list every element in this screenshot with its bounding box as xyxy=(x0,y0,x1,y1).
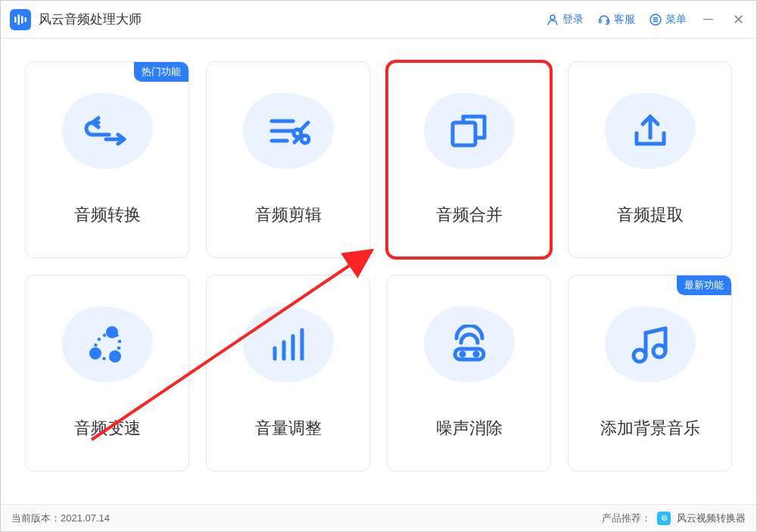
recommend-label: 产品推荐： xyxy=(602,512,651,525)
svg-point-30 xyxy=(461,353,464,356)
music-icon xyxy=(605,306,696,382)
extract-icon xyxy=(605,93,696,169)
version-label: 当前版本： xyxy=(11,512,61,524)
recommend-product[interactable]: 风云视频转换器 xyxy=(677,512,746,525)
close-button[interactable]: ✕ xyxy=(730,11,747,28)
svg-point-4 xyxy=(550,15,555,20)
new-badge: 最新功能 xyxy=(677,275,731,295)
user-icon xyxy=(546,13,559,26)
menu-icon xyxy=(649,13,662,26)
card-audio-edit[interactable]: 音频剪辑 xyxy=(206,61,370,258)
card-label: 音频变速 xyxy=(74,417,141,440)
main-grid: 热门功能 音频转换 音频剪辑 音频合并 音频提取 音频变速 音量调整 xyxy=(1,39,756,479)
app-title: 风云音频处理大师 xyxy=(39,11,142,28)
card-label: 音频合并 xyxy=(436,204,503,226)
card-label: 噪声消除 xyxy=(436,417,503,440)
app-logo-icon xyxy=(10,9,31,30)
convert-icon xyxy=(62,93,153,169)
card-volume-adjust[interactable]: 音量调整 xyxy=(206,275,370,471)
support-label: 客服 xyxy=(614,13,635,26)
card-audio-speed[interactable]: 音频变速 xyxy=(25,275,189,471)
card-label: 音量调整 xyxy=(255,417,322,440)
svg-rect-2 xyxy=(21,16,23,23)
svg-line-36 xyxy=(646,328,665,333)
card-noise-remove[interactable]: 噪声消除 xyxy=(387,275,551,471)
card-audio-extract[interactable]: 音频提取 xyxy=(568,61,732,258)
titlebar-right: 登录 客服 菜单 ─ ✕ xyxy=(546,11,747,28)
svg-point-31 xyxy=(475,353,478,356)
version-text: 当前版本：2021.07.14 xyxy=(11,512,110,525)
merge-icon xyxy=(424,93,515,169)
hot-badge: 热门功能 xyxy=(134,62,188,82)
card-audio-convert[interactable]: 热门功能 音频转换 xyxy=(25,61,189,258)
noise-icon xyxy=(424,306,515,382)
svg-rect-20 xyxy=(453,123,475,145)
version-value: 2021.07.14 xyxy=(61,512,110,524)
svg-rect-1 xyxy=(18,14,20,25)
card-label: 音频提取 xyxy=(617,204,684,226)
volume-icon xyxy=(243,306,334,382)
headset-icon xyxy=(597,13,611,26)
login-button[interactable]: 登录 xyxy=(546,13,584,26)
titlebar-left: 风云音频处理大师 xyxy=(10,9,142,30)
card-add-bgm[interactable]: 最新功能 添加背景音乐 xyxy=(568,275,732,471)
footer-right: 产品推荐： 风云视频转换器 xyxy=(602,512,746,525)
svg-rect-3 xyxy=(25,17,27,22)
speed-icon xyxy=(62,306,153,382)
svg-point-23 xyxy=(111,352,120,361)
footer: 当前版本：2021.07.14 产品推荐： 风云视频转换器 xyxy=(1,504,756,531)
recommend-logo-icon xyxy=(657,512,671,525)
menu-label: 菜单 xyxy=(665,13,687,26)
card-label: 音频剪辑 xyxy=(255,204,322,226)
svg-line-16 xyxy=(300,123,308,131)
minimize-button[interactable]: ─ xyxy=(700,11,716,27)
edit-icon xyxy=(243,93,334,169)
titlebar: 风云音频处理大师 登录 客服 菜单 ─ ✕ xyxy=(1,1,756,39)
card-label: 添加背景音乐 xyxy=(600,417,700,440)
login-label: 登录 xyxy=(562,13,584,26)
svg-rect-5 xyxy=(600,20,602,23)
menu-button[interactable]: 菜单 xyxy=(649,13,687,26)
support-button[interactable]: 客服 xyxy=(597,13,635,26)
svg-rect-0 xyxy=(14,17,17,23)
card-audio-merge[interactable]: 音频合并 xyxy=(387,61,551,258)
card-label: 音频转换 xyxy=(74,204,141,226)
